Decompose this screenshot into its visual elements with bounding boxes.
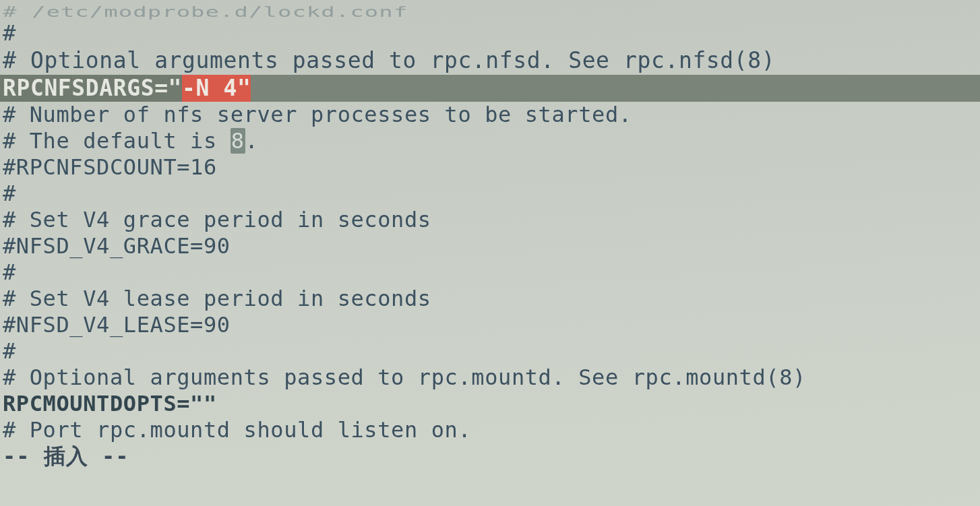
file-line-6: #RPCNFSDCOUNT=16	[3, 154, 980, 181]
file-line-16: # Port rpc.mountd should listen on.	[3, 417, 980, 443]
file-line-7: #	[3, 181, 980, 207]
file-line-4: # Number of nfs server processes to be s…	[3, 102, 980, 128]
file-line-5a: # The default is	[3, 128, 231, 154]
file-line-8: # Set V4 grace period in seconds	[3, 207, 980, 233]
default-count-highlight: 8	[231, 128, 245, 154]
file-line-5b: .	[245, 128, 259, 154]
file-line-3-highlight: RPCNFSDARGS="-N 4"	[0, 75, 980, 102]
search-highlight-bar	[251, 75, 980, 102]
file-line-5: # The default is 8.	[3, 128, 980, 154]
file-line-2: # Optional arguments passed to rpc.nfsd.…	[3, 46, 980, 75]
file-line-15: RPCMOUNTDOPTS=""	[3, 391, 980, 417]
file-line-9: #NFSD_V4_GRACE=90	[3, 233, 980, 259]
file-line-1: #	[3, 20, 980, 46]
rpcnfsdargs-value: -N 4"	[182, 75, 251, 102]
vim-mode-status: -- 插入 --	[3, 443, 980, 470]
file-line-10: #	[3, 259, 980, 286]
file-line-14: # Optional arguments passed to rpc.mount…	[3, 365, 980, 391]
file-line-11: # Set V4 lease period in seconds	[3, 286, 980, 312]
file-line-cutoff: # /etc/modprobe.d/lockd.conf	[3, 5, 980, 20]
file-line-12: #NFSD_V4_LEASE=90	[3, 312, 980, 338]
rpcnfsdargs-key: RPCNFSDARGS="	[0, 75, 182, 102]
file-line-13: #	[3, 338, 980, 365]
vim-editor-buffer[interactable]: # /etc/modprobe.d/lockd.conf # # Optiona…	[0, 0, 980, 506]
terminal-screen: # /etc/modprobe.d/lockd.conf # # Optiona…	[0, 0, 980, 506]
